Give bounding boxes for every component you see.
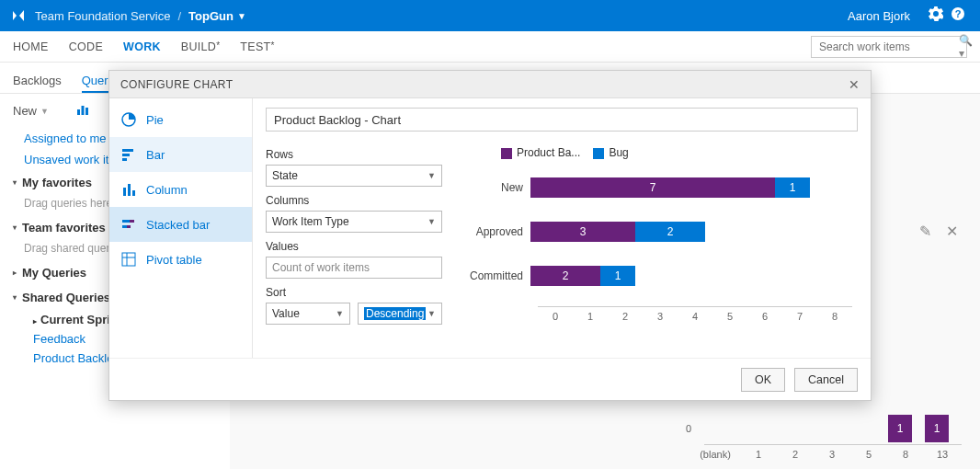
search-box[interactable]: 🔍▾ xyxy=(811,36,967,58)
sort-direction-select[interactable]: Descending▼ xyxy=(358,303,442,325)
user-name[interactable]: Aaron Bjork xyxy=(848,9,910,23)
vs-logo-icon xyxy=(11,8,26,23)
pivot-icon xyxy=(120,251,137,268)
nav-build[interactable]: BUILD* xyxy=(181,40,221,53)
edit-icon[interactable]: ✎ xyxy=(919,223,931,240)
breadcrumb-service[interactable]: Team Foundation Service xyxy=(35,9,170,23)
column-icon xyxy=(120,181,137,198)
search-icon[interactable]: 🔍▾ xyxy=(959,34,973,60)
chart-config-panel: Rows State▼ Columns Work Item Type▼ Valu… xyxy=(253,132,455,358)
chevron-down-icon: ▼ xyxy=(427,309,436,318)
chart-card-actions: ✎ ✕ xyxy=(919,223,958,240)
svg-rect-15 xyxy=(127,225,131,228)
nav-test[interactable]: TEST* xyxy=(240,40,274,53)
svg-rect-6 xyxy=(122,149,133,152)
chart-title-input[interactable]: Product Backlog - Chart xyxy=(266,108,858,132)
chart-row-committed: Committed 2 1 xyxy=(464,262,852,290)
dialog-title: CONFIGURE CHART xyxy=(120,78,233,91)
chart-x-axis: 012345678 xyxy=(538,306,852,322)
breadcrumb-project[interactable]: TopGun xyxy=(188,9,234,23)
svg-rect-8 xyxy=(122,158,127,161)
sort-field-select[interactable]: Value▼ xyxy=(266,303,350,325)
help-icon[interactable]: ? xyxy=(947,6,969,25)
chart-type-stacked-bar[interactable]: Stacked bar xyxy=(109,207,252,242)
svg-rect-13 xyxy=(130,220,134,223)
columns-select[interactable]: Work Item Type▼ xyxy=(266,211,442,233)
close-icon[interactable]: ✕ xyxy=(946,223,958,240)
svg-rect-4 xyxy=(85,108,88,115)
nav-home[interactable]: HOME xyxy=(13,40,49,53)
values-display: Count of work items xyxy=(266,257,442,279)
chevron-down-icon[interactable]: ▼ xyxy=(237,11,246,21)
svg-rect-7 xyxy=(122,154,130,156)
legend-swatch-bug xyxy=(593,148,604,159)
chart-type-column[interactable]: Column xyxy=(109,172,252,207)
app-header: Team Foundation Service / TopGun ▼ Aaron… xyxy=(0,0,980,31)
svg-rect-10 xyxy=(128,184,131,196)
chevron-down-icon: ▼ xyxy=(427,171,436,180)
chart-type-list: Pie Bar Column Stacked bar Pivot table xyxy=(109,98,253,358)
main-nav: HOME CODE WORK BUILD* TEST* 🔍▾ xyxy=(0,31,980,63)
svg-rect-11 xyxy=(132,190,135,196)
nav-work[interactable]: WORK xyxy=(123,40,161,53)
chart-row-new: New 7 1 xyxy=(464,174,852,201)
rows-select[interactable]: State▼ xyxy=(266,165,442,187)
ok-button[interactable]: OK xyxy=(741,368,785,392)
rows-label: Rows xyxy=(266,148,442,161)
svg-rect-14 xyxy=(122,225,127,228)
chart-tool-icon[interactable] xyxy=(76,103,89,119)
gear-icon[interactable] xyxy=(925,6,947,25)
bg-bar: 1 xyxy=(888,415,912,442)
stacked-bar-icon xyxy=(120,216,137,233)
chart-type-bar[interactable]: Bar xyxy=(109,137,252,172)
sort-label: Sort xyxy=(266,286,442,299)
chevron-down-icon: ▼ xyxy=(336,309,344,318)
values-label: Values xyxy=(266,240,442,253)
svg-rect-12 xyxy=(122,220,130,223)
chart-row-approved: Approved 3 2 xyxy=(464,218,852,246)
chart-type-pivot[interactable]: Pivot table xyxy=(109,242,252,277)
dialog-titlebar: CONFIGURE CHART ✕ xyxy=(109,71,871,98)
chart-type-pie[interactable]: Pie xyxy=(109,102,252,137)
pie-icon xyxy=(120,111,137,128)
legend-swatch-product xyxy=(501,148,512,159)
chart-legend: Product Ba... Bug xyxy=(501,146,852,159)
bg-bar: 1 xyxy=(925,415,949,442)
svg-rect-2 xyxy=(77,109,80,115)
svg-rect-16 xyxy=(122,253,135,266)
dialog-close-icon[interactable]: ✕ xyxy=(849,77,860,92)
bar-icon xyxy=(120,146,137,163)
cancel-button[interactable]: Cancel xyxy=(794,368,858,392)
chart-preview: Product Ba... Bug New 7 1 Approved 3 xyxy=(455,132,871,358)
subnav-backlogs[interactable]: Backlogs xyxy=(13,74,62,93)
dialog-footer: OK Cancel xyxy=(109,358,871,400)
svg-text:?: ? xyxy=(955,8,962,19)
nav-code[interactable]: CODE xyxy=(69,40,103,53)
svg-rect-9 xyxy=(123,188,126,196)
chevron-down-icon: ▼ xyxy=(427,217,436,226)
configure-chart-dialog: CONFIGURE CHART ✕ Pie Bar Column Stacked… xyxy=(108,70,872,401)
search-input[interactable] xyxy=(817,40,959,54)
columns-label: Columns xyxy=(266,194,442,207)
svg-rect-3 xyxy=(81,106,84,115)
breadcrumb-sep: / xyxy=(177,9,181,23)
